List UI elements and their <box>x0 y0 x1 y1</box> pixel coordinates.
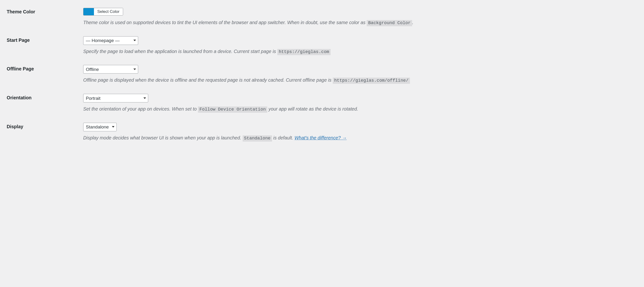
display-diff-link[interactable]: What's the difference? → <box>294 135 346 140</box>
start-page-description: Specify the page to load when the applic… <box>83 48 635 56</box>
settings-form-table: Theme Color Select Color Theme color is … <box>7 4 637 148</box>
theme-color-desc-text: Theme color is used on supported devices… <box>83 20 367 25</box>
orientation-desc-before: Set the orientation of your app on devic… <box>83 106 198 111</box>
row-orientation: Orientation Portrait Set the orientation… <box>7 90 637 119</box>
offline-page-desc-code: https://gieglas.com/offline/ <box>333 78 410 84</box>
row-display: Display Standalone Display mode decides … <box>7 119 637 148</box>
offline-page-description: Offline page is displayed when the devic… <box>83 76 635 84</box>
cell-theme-color: Select Color Theme color is used on supp… <box>83 4 637 33</box>
label-start-page: Start Page <box>7 33 83 62</box>
label-theme-color: Theme Color <box>7 4 83 33</box>
orientation-desc-code: Follow Device Orientation <box>198 106 267 113</box>
orientation-desc-after: your app will rotate as the device is ro… <box>267 106 358 111</box>
cell-start-page: — Homepage — Specify the page to load wh… <box>83 33 637 62</box>
display-desc-code: Standalone <box>243 135 272 142</box>
orientation-select[interactable]: Portrait <box>83 94 148 102</box>
offline-page-select[interactable]: Offline <box>83 65 138 73</box>
theme-color-picker[interactable]: Select Color <box>83 8 123 15</box>
label-display: Display <box>7 119 83 148</box>
row-theme-color: Theme Color Select Color Theme color is … <box>7 4 637 33</box>
label-orientation: Orientation <box>7 90 83 119</box>
start-page-desc-text: Specify the page to load when the applic… <box>83 49 277 54</box>
theme-color-desc-code: Background Color <box>367 20 412 26</box>
start-page-desc-code: https://gieglas.com <box>277 49 330 55</box>
row-start-page: Start Page — Homepage — Specify the page… <box>7 33 637 62</box>
cell-offline-page: Offline Offline page is displayed when t… <box>83 61 637 90</box>
display-desc-mid: is default. <box>272 135 294 140</box>
display-desc-before: Display mode decides what browser UI is … <box>83 135 243 140</box>
offline-page-desc-text: Offline page is displayed when the devic… <box>83 77 333 83</box>
display-select[interactable]: Standalone <box>83 123 117 131</box>
start-page-select[interactable]: — Homepage — <box>83 36 138 45</box>
row-offline-page: Offline Page Offline Offline page is dis… <box>7 61 637 90</box>
label-offline-page: Offline Page <box>7 61 83 90</box>
cell-display: Standalone Display mode decides what bro… <box>83 119 637 148</box>
orientation-description: Set the orientation of your app on devic… <box>83 105 635 113</box>
cell-orientation: Portrait Set the orientation of your app… <box>83 90 637 119</box>
select-color-button[interactable]: Select Color <box>94 8 123 15</box>
display-description: Display mode decides what browser UI is … <box>83 134 635 142</box>
theme-color-swatch <box>84 8 94 15</box>
theme-color-description: Theme color is used on supported devices… <box>83 19 635 27</box>
theme-color-desc-after: . <box>412 20 413 25</box>
